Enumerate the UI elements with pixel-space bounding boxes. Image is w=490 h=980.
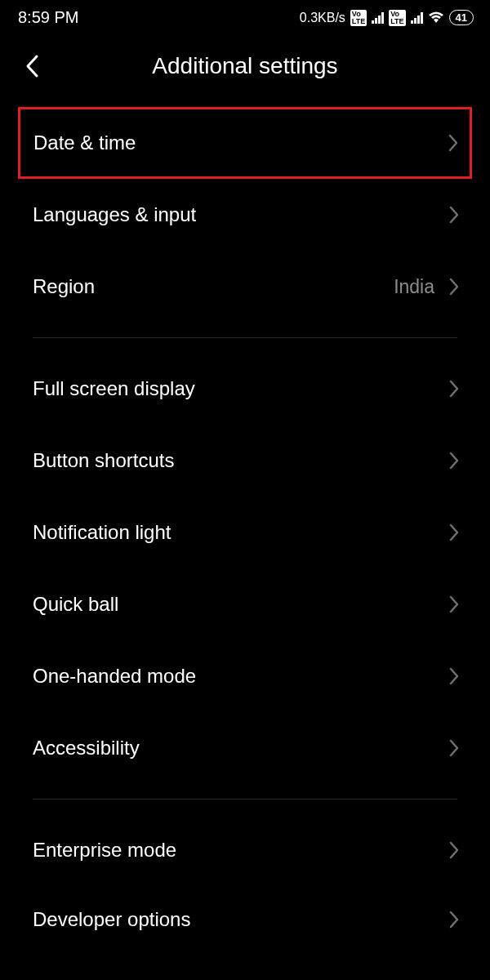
status-indicators: 0.3KB/s VoLTE VoLTE 41 <box>300 10 474 26</box>
chevron-right-icon <box>449 595 459 613</box>
list-item-full-screen-display[interactable]: Full screen display <box>0 353 490 425</box>
list-item-languages-input[interactable]: Languages & input <box>0 179 490 251</box>
status-time: 8:59 PM <box>18 8 78 27</box>
back-button[interactable] <box>15 48 51 84</box>
item-label: Notification light <box>33 521 171 544</box>
signal-icon <box>411 12 423 24</box>
settings-list: Date & time Languages & input Region Ind… <box>0 107 490 931</box>
item-label: Developer options <box>33 908 190 931</box>
chevron-right-icon <box>449 206 459 224</box>
chevron-right-icon <box>449 739 459 757</box>
volte-icon: VoLTE <box>389 10 405 26</box>
item-label: Date & time <box>33 131 136 154</box>
item-value: India <box>394 276 434 298</box>
battery-icon: 41 <box>449 10 474 26</box>
app-header: Additional settings <box>0 33 490 107</box>
item-label: Enterprise mode <box>33 839 176 862</box>
chevron-right-icon <box>449 380 459 398</box>
list-item-button-shortcuts[interactable]: Button shortcuts <box>0 425 490 497</box>
chevron-right-icon <box>449 667 459 685</box>
divider <box>33 799 457 800</box>
wifi-icon <box>428 11 444 24</box>
item-label: Button shortcuts <box>33 449 174 472</box>
chevron-right-icon <box>449 523 459 541</box>
list-item-one-handed-mode[interactable]: One-handed mode <box>0 640 490 712</box>
volte-icon: VoLTE <box>350 10 367 26</box>
item-label: Quick ball <box>33 593 118 616</box>
chevron-right-icon <box>449 841 459 859</box>
status-bar: 8:59 PM 0.3KB/s VoLTE VoLTE 41 <box>0 0 490 33</box>
item-label: Languages & input <box>33 203 196 226</box>
list-item-region[interactable]: Region India <box>0 251 490 323</box>
chevron-right-icon <box>449 452 459 470</box>
chevron-right-icon <box>448 134 458 152</box>
list-item-accessibility[interactable]: Accessibility <box>0 712 490 784</box>
item-label: Accessibility <box>33 737 140 760</box>
item-label: One-handed mode <box>33 665 196 688</box>
chevron-right-icon <box>449 911 459 929</box>
list-item-notification-light[interactable]: Notification light <box>0 497 490 568</box>
list-item-enterprise-mode[interactable]: Enterprise mode <box>0 814 490 886</box>
divider <box>33 337 457 338</box>
page-title: Additional settings <box>0 53 490 79</box>
signal-icon <box>372 12 384 24</box>
data-rate: 0.3KB/s <box>300 11 345 25</box>
list-item-date-time[interactable]: Date & time <box>18 107 472 179</box>
list-item-developer-options[interactable]: Developer options <box>0 886 490 931</box>
item-label: Region <box>33 275 95 298</box>
list-item-quick-ball[interactable]: Quick ball <box>0 568 490 640</box>
chevron-right-icon <box>449 278 459 296</box>
item-label: Full screen display <box>33 377 195 400</box>
